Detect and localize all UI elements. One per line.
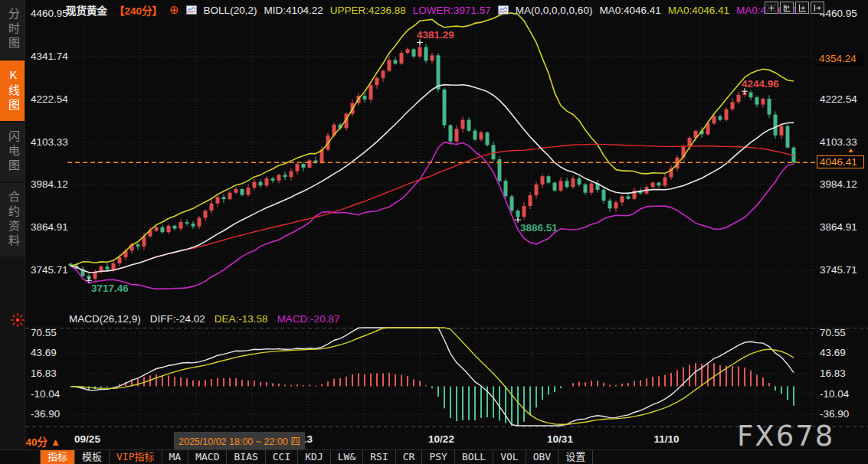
price-axis-label: 3984.12 — [31, 178, 68, 190]
price-axis-label: 3984.12 — [820, 178, 857, 190]
svg-text:3886.51: 3886.51 — [520, 222, 558, 234]
indicator-toolbar: 指标模板VIP指标MAMACDBIASCCIKDJLW&RSICRPSYBOLL… — [0, 449, 868, 464]
macd-axis-label: -10.04 — [31, 388, 60, 400]
macd-axis-label: 16.83 — [820, 368, 846, 379]
sidebar-tab-分时图[interactable]: 分时图 — [0, 0, 25, 59]
sidebar-tabs: 分时图K线图闪电图合约资料 — [0, 0, 25, 257]
sidebar-tab-K线图[interactable]: K线图 — [0, 60, 25, 121]
time-label-10/22: 10/22 — [428, 433, 454, 445]
price-axis-label: 4341.74 — [31, 51, 68, 62]
toolbar-item-BOLL[interactable]: BOLL — [455, 450, 493, 464]
sidebar-tab-闪电图[interactable]: 闪电图 — [0, 123, 25, 181]
price-axis-label: 4103.33 — [31, 136, 68, 148]
toolbar-item-MACD[interactable]: MACD — [188, 450, 227, 464]
svg-text:4381.29: 4381.29 — [417, 29, 454, 41]
time-label-09/25: 09/25 — [74, 433, 100, 445]
price-axis-label: 4460.95 — [820, 8, 857, 19]
symbol-name: 现货黄金 — [66, 2, 107, 18]
period-badge: 【240分】 — [114, 2, 162, 18]
current-price-marker: 4046.41 — [817, 155, 864, 168]
toolbar-item-PSY[interactable]: PSY — [422, 450, 454, 464]
toolbar-item-KDJ[interactable]: KDJ — [298, 450, 330, 464]
time-label-11/10: 11/10 — [653, 433, 679, 445]
price-axis-label: 4460.95 — [31, 8, 68, 19]
toolbar-item-MA[interactable]: MA — [162, 450, 189, 464]
boll-lower-value: LOWER:3971.57 — [413, 5, 491, 16]
macd-axis-label: -36.90 — [820, 408, 849, 420]
macd-axis-label: 70.55 — [820, 327, 846, 338]
boll-mini-chart-icon[interactable] — [186, 5, 197, 15]
toolbar-item-模板[interactable]: 模板 — [75, 450, 110, 464]
price-axis-label: 3745.71 — [31, 264, 68, 276]
toolbar-item-OBV[interactable]: OBV — [526, 450, 558, 464]
collapse-indicator-icon[interactable]: ⊕ — [169, 3, 179, 17]
zoom-vertical-icon[interactable] — [780, 2, 794, 14]
ma-name: MA(0,0,0,0,0,60) — [516, 5, 593, 16]
toolbar-item-CCI[interactable]: CCI — [266, 450, 298, 464]
price-axis-label: 4222.54 — [820, 93, 857, 105]
high-price-marker: 4354.24 — [817, 53, 864, 66]
boll-mid-value: MID:4104.22 — [264, 5, 323, 16]
ma-mini-chart-icon[interactable] — [498, 5, 509, 15]
toolbar-item-设置[interactable]: 设置 — [558, 450, 593, 464]
trading-app-window: 分时图K线图闪电图合约资料 现货黄金 【240分】 ⊕ BOLL(20,2) M… — [0, 0, 868, 464]
toolbar-item-LW&[interactable]: LW& — [331, 450, 363, 464]
move-tool-icon[interactable] — [765, 2, 778, 14]
macd-title: MACD(26,12,9) — [69, 313, 141, 325]
macd-diff-value: DIFF:-24.02 — [150, 313, 205, 325]
period-selector[interactable]: 240分 ▲ — [20, 433, 61, 449]
ma-value-1: MA0:4046.41 — [668, 5, 729, 16]
chart-canvas[interactable]: 3717.464381.293886.514244.96 — [0, 0, 868, 429]
sidebar-tab-合约资料[interactable]: 合约资料 — [0, 183, 25, 257]
live-flash-icon — [10, 312, 25, 328]
toolbar-item-RSI[interactable]: RSI — [363, 450, 395, 464]
price-axis-label: 3864.91 — [820, 221, 857, 233]
macd-axis-label: -10.04 — [820, 388, 849, 400]
sidebar: 分时图K线图闪电图合约资料 — [0, 0, 25, 464]
toolbar-item-VOL[interactable]: VOL — [493, 450, 526, 464]
svg-text:3717.46: 3717.46 — [91, 283, 129, 294]
pan-right-icon[interactable] — [811, 2, 824, 14]
time-axis-row: 240分 ▲ 2025/10/02 18:00 ~ 22:00 四 09/251… — [0, 430, 868, 449]
boll-upper-value: UPPER:4236.88 — [330, 5, 406, 16]
toolbar-item-指标[interactable]: 指标 — [40, 450, 75, 464]
macd-macd-value: MACD:-20.87 — [277, 313, 340, 325]
macd-axis-label: 70.55 — [31, 327, 57, 338]
toolbar-item-CR[interactable]: CR — [396, 450, 423, 464]
macd-axis-label: -36.90 — [31, 408, 60, 420]
macd-label-row: MACD(26,12,9) DIFF:-24.02 DEA:-13.58 MAC… — [69, 313, 339, 325]
price-axis-label: 3745.71 — [820, 264, 857, 276]
macd-axis-label: 43.69 — [31, 347, 57, 358]
toolbar-item-VIP指标[interactable]: VIP指标 — [110, 450, 162, 464]
chart-tool-buttons — [765, 2, 824, 14]
ma-value-0: MA0:4046.41 — [599, 5, 660, 16]
macd-axis-label: 43.69 — [820, 347, 846, 358]
time-label-10/31: 10/31 — [547, 433, 573, 445]
current-price-arrow-icon: ▲ — [847, 146, 854, 154]
boll-name: BOLL(20,2) — [204, 5, 257, 16]
macd-dea-value: DEA:-13.58 — [215, 313, 268, 325]
svg-text:4244.96: 4244.96 — [742, 78, 779, 90]
price-axis-label: 3864.91 — [31, 221, 68, 233]
crosshair-date-box: 2025/10/02 18:00 ~ 22:00 四 — [174, 432, 305, 449]
macd-axis-label: 16.83 — [31, 368, 57, 379]
price-axis-label: 4222.54 — [31, 93, 68, 105]
indicator-header: 现货黄金 【240分】 ⊕ BOLL(20,2) MID:4104.22 UPP… — [66, 2, 798, 18]
zoom-horizontal-icon[interactable] — [795, 2, 809, 14]
toolbar-item-BIAS[interactable]: BIAS — [227, 450, 265, 464]
